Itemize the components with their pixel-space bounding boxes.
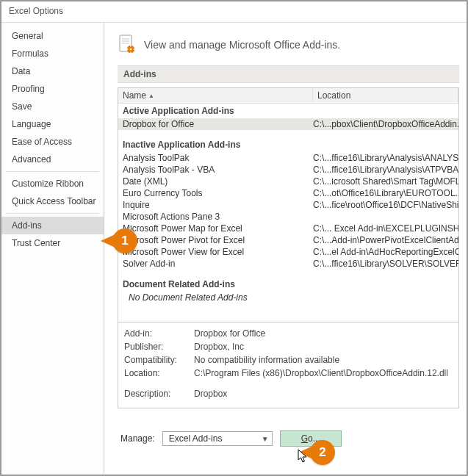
sidebar-item-data[interactable]: Data [1,62,104,80]
sidebar-item-add-ins[interactable]: Add-ins [1,217,104,234]
addins-page-icon [118,35,137,55]
sidebar-item-formulas[interactable]: Formulas [1,45,104,62]
group-title: Document Related Add-ins [118,277,458,292]
sidebar-item-save[interactable]: Save [1,98,104,115]
content-pane: View and manage Microsoft Office Add-ins… [104,23,467,474]
detail-value: Dropbox, Inc [194,342,244,352]
manage-dropdown[interactable]: Excel Add-ins ▼ [162,431,273,446]
group-title: Active Application Add-ins [118,104,458,118]
annotation-callout-2: 2 [310,440,335,465]
sidebar-item-proofing[interactable]: Proofing [1,80,104,98]
addin-row[interactable]: Solver Add-inC:\...ffice16\Library\SOLVE… [118,258,458,270]
addin-row[interactable]: Dropbox for OfficeC:\...pbox\Client\Drop… [118,118,458,130]
annotation-callout-1: 1 [112,228,137,253]
detail-label: Compatibility: [124,355,194,365]
detail-value: C:\Program Files (x86)\Dropbox\Client\Dr… [194,368,448,378]
addin-name: Microsoft Actions Pane 3 [118,211,313,223]
detail-label: Location: [124,368,194,378]
addin-location: C:\...Add-in\PowerPivotExcelClientAdd [313,234,458,246]
addin-location [313,211,458,223]
detail-value: Dropbox [194,389,227,399]
svg-rect-9 [134,48,135,49]
window-title: Excel Options [1,1,467,23]
addins-list[interactable]: Name ▲ Location Active Application Add-i… [118,87,459,322]
addin-location: C:\...ffice16\Library\Analysis\ANALYS32 [313,152,458,164]
sidebar-separator [6,171,99,172]
addin-location: C:\...el Add-in\AdHocReportingExcelClie [313,246,458,258]
addin-location: C:\...fice\root\Office16\DCF\NativeShin [313,199,458,211]
category-sidebar: GeneralFormulasDataProofingSaveLanguageE… [1,23,104,474]
addin-row[interactable]: Euro Currency ToolsC:\...ot\Office16\Lib… [118,187,458,199]
sidebar-separator [6,213,99,214]
addin-location: C:\...pbox\Client\DropboxOfficeAddin. [313,118,458,130]
addin-location: C:\...ffice16\Library\SOLVER\SOLVER.XL [313,258,458,270]
section-title: Add-ins [118,65,459,83]
addin-row[interactable]: Date (XML)C:\...icrosoft Shared\Smart Ta… [118,176,458,187]
sidebar-item-advanced[interactable]: Advanced [1,151,104,168]
detail-row: Publisher:Dropbox, Inc [124,340,453,353]
addin-name: Dropbox for Office [118,118,313,130]
addin-name: Microsoft Power View for Excel [118,246,313,258]
detail-label: Publisher: [124,342,194,352]
sidebar-item-ease-of-access[interactable]: Ease of Access [1,133,104,151]
addin-name: Analysis ToolPak - VBA [118,164,313,176]
addin-row[interactable]: Microsoft Power View for ExcelC:\...el A… [118,246,458,258]
sidebar-item-language[interactable]: Language [1,115,104,133]
detail-label: Add-in: [124,328,194,339]
detail-row: Description:Dropbox [124,387,453,400]
addin-location: C:\... Excel Add-in\EXCELPLUGINSHELL. [313,223,458,234]
sidebar-item-customize-ribbon[interactable]: Customize Ribbon [1,175,104,192]
manage-dropdown-value: Excel Add-ins [169,433,223,444]
detail-row: Add-in:Dropbox for Office [124,327,453,340]
addin-name: Analysis ToolPak [118,152,313,164]
manage-label: Manage: [120,433,155,444]
addin-row[interactable]: InquireC:\...fice\root\Office16\DCF\Nati… [118,199,458,211]
addin-row[interactable]: Analysis ToolPakC:\...ffice16\Library\An… [118,152,458,164]
group-title: Inactive Application Add-ins [118,137,458,152]
sidebar-item-quick-access-toolbar[interactable]: Quick Access Toolbar [1,192,104,210]
addin-row[interactable]: Microsoft Power Map for ExcelC:\... Exce… [118,223,458,234]
column-header-location[interactable]: Location [313,88,458,103]
page-heading: View and manage Microsoft Office Add-ins… [144,39,340,51]
sidebar-item-general[interactable]: General [1,27,104,45]
addin-location: C:\...icrosoft Shared\Smart Tag\MOFL.I [313,176,458,187]
addin-name: Euro Currency Tools [118,187,313,199]
addin-location: C:\...ot\Office16\Library\EUROTOOL.XL [313,187,458,199]
excel-options-window: Excel Options GeneralFormulasDataProofin… [0,0,468,476]
addin-location: C:\...ffice16\Library\Analysis\ATPVBAEN.… [313,164,458,176]
group-empty-text: No Document Related Add-ins [118,292,313,303]
chevron-down-icon: ▼ [262,435,269,443]
detail-value: Dropbox for Office [194,328,265,339]
sort-asc-icon: ▲ [148,93,154,99]
addin-name: Microsoft Power Pivot for Excel [118,234,313,246]
svg-rect-7 [130,52,131,54]
addin-row[interactable]: Microsoft Power Pivot for ExcelC:\...Add… [118,234,458,246]
addin-details-panel: Add-in:Dropbox for OfficePublisher:Dropb… [118,322,459,408]
addin-row[interactable]: Microsoft Actions Pane 3 [118,211,458,223]
detail-row: Location:C:\Program Files (x86)\Dropbox\… [124,367,453,380]
addin-name: Microsoft Power Map for Excel [118,223,313,234]
svg-point-5 [130,48,132,51]
sidebar-item-trust-center[interactable]: Trust Center [1,234,104,252]
addin-name: Date (XML) [118,176,313,187]
svg-rect-6 [130,45,131,46]
detail-label: Description: [124,389,194,399]
detail-value: No compatibility information available [194,355,339,365]
addin-name: Inquire [118,199,313,211]
svg-rect-8 [126,48,128,49]
addin-name: Solver Add-in [118,258,313,270]
detail-row: Compatibility:No compatibility informati… [124,353,453,367]
addin-row[interactable]: Analysis ToolPak - VBAC:\...ffice16\Libr… [118,164,458,176]
column-header-name[interactable]: Name ▲ [118,88,313,103]
